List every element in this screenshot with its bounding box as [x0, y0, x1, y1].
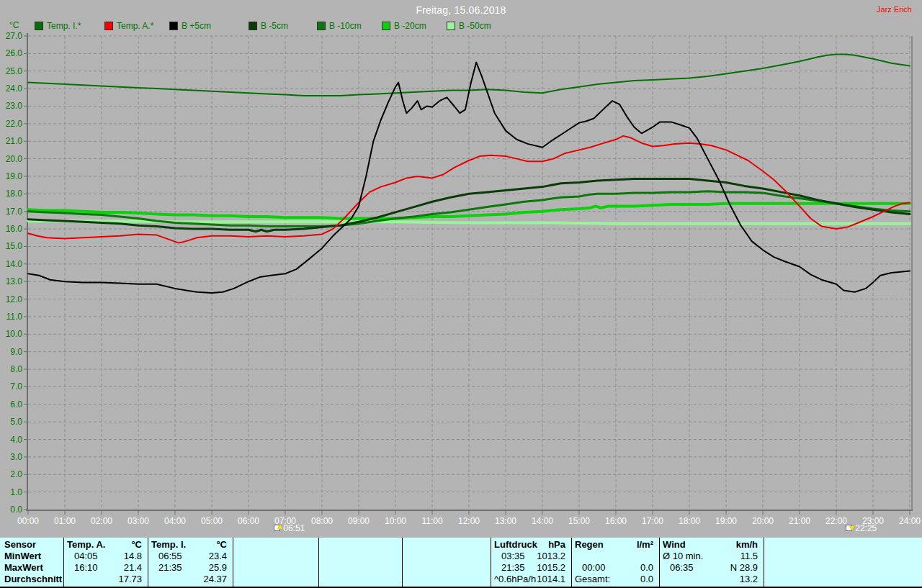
x-axis-label: 21:00: [789, 516, 810, 526]
table-cell-row: 06:35N 28.9: [660, 562, 764, 574]
y-axis-label: 24.0: [6, 83, 23, 94]
y-axis-label: 19.0: [6, 171, 23, 181]
y-axis-label: 2.0: [10, 469, 22, 479]
series-b-10cm: [28, 191, 910, 227]
chart-date-title: Freitag, 15.06.2018: [0, 4, 922, 16]
table-column-regen: Regenl/m²00:000.0Gesamt:0.0: [571, 538, 659, 587]
x-axis-label: 02:00: [91, 516, 112, 526]
table-column-header: Temp. A.°C: [64, 539, 148, 551]
y-axis-label: 16.0: [6, 224, 23, 234]
sunset-marker: ▼ 22:25: [846, 523, 877, 533]
column-unit: l/m²: [637, 539, 659, 551]
x-axis-label: 18:00: [679, 516, 700, 526]
y-axis-label: 20.0: [6, 154, 23, 164]
legend-label: Temp. A.*: [117, 21, 153, 31]
x-axis-label: 10:00: [385, 516, 406, 526]
table-cell-row: 03:351013.2: [491, 551, 571, 562]
y-axis-label: 17.0: [6, 207, 23, 217]
y-axis-label: 21.0: [6, 136, 23, 146]
table-row-labels-column: SensorMinWertMaxWertDurchschnitt: [0, 538, 63, 587]
table-cell-row: 24.37: [148, 574, 233, 585]
cell-time: 06:35: [660, 562, 694, 574]
legend-color-swatch: [35, 22, 43, 30]
row-label-text: Durchschnitt: [0, 574, 62, 585]
y-axis-unit-label: °C: [9, 20, 19, 30]
legend-label: B +5cm: [182, 21, 211, 31]
table-cell-row: 17.73: [64, 574, 148, 585]
x-axis-label: 04:00: [164, 516, 186, 526]
cell-value: 21.4: [124, 562, 148, 574]
cell-value: 25.9: [209, 562, 233, 574]
column-name: Wind: [660, 539, 686, 551]
column-unit: °C: [131, 539, 148, 551]
x-axis-label: 11:00: [421, 516, 442, 526]
table-column-wind: Windkm/hØ 10 min.11.506:35N 28.913.2: [659, 538, 764, 587]
legend-item-b-20cm: B -20cm: [382, 21, 426, 31]
table-empty-column: [233, 538, 318, 587]
table-column-temp-a: Temp. A.°C04:0514.816:1021.417.73: [63, 538, 148, 587]
cell-value: 0.0: [640, 574, 659, 585]
y-axis-label: 7.0: [10, 381, 22, 392]
table-cell-row: 21:3525.9: [148, 562, 233, 574]
table-column-header: Regenl/m²: [572, 539, 659, 551]
cell-value: 11.5: [740, 551, 764, 562]
column-unit: km/h: [736, 539, 764, 551]
cell-value: [653, 551, 659, 562]
row-label-text: MaxWert: [0, 562, 43, 574]
cell-value: 17.73: [118, 574, 148, 585]
x-axis-label: 06:00: [238, 516, 259, 526]
table-column-header: LuftdruckhPa: [491, 539, 571, 551]
table-row-label: MaxWert: [0, 562, 63, 574]
cell-time: 21:35: [148, 562, 182, 574]
x-axis-label: 22:00: [825, 516, 847, 526]
cell-time: Gesamt:: [572, 574, 610, 585]
column-name: Luftdruck: [491, 539, 537, 551]
y-axis-label: 14.0: [6, 259, 23, 269]
table-empty-column: [318, 538, 402, 587]
y-axis-label: 26.0: [6, 48, 23, 58]
cell-time: 04:05: [64, 551, 98, 562]
y-axis-label: 18.0: [6, 189, 23, 199]
legend-item-temp-a: Temp. A.*: [104, 21, 153, 31]
cell-time: 21:35: [491, 562, 525, 574]
cell-time: 03:35: [491, 551, 525, 562]
x-axis-label: 08:00: [311, 516, 333, 526]
legend-item-b-5cm: B +5cm: [169, 21, 211, 31]
y-axis-label: 9.0: [10, 347, 22, 357]
legend-color-swatch: [169, 22, 178, 30]
y-axis-label: 8.0: [10, 364, 22, 374]
author-name: Jarz Erich: [877, 5, 912, 14]
column-name: Temp. I.: [148, 539, 186, 551]
x-axis-label: 24:00: [899, 516, 921, 526]
cell-value: N 28.9: [730, 562, 764, 574]
y-axis-label: 22.0: [6, 119, 23, 129]
table-column-temp-i: Temp. I.°C06:5523.421:3525.924.37: [148, 538, 233, 587]
y-axis-label: 1.0: [10, 487, 22, 497]
column-unit: °C: [216, 539, 233, 551]
table-cell-row: 06:5523.4: [148, 551, 233, 562]
y-axis-label: 13.0: [6, 276, 23, 286]
x-axis-label: 05:00: [201, 516, 223, 526]
y-axis-label: 6.0: [10, 399, 22, 410]
cell-value: 14.8: [124, 551, 148, 562]
legend-item-b-10cm: B -10cm: [317, 21, 362, 31]
cell-value: 1015.2: [537, 562, 571, 574]
table-column-header: Temp. I.°C: [148, 539, 233, 551]
row-label-text: Sensor: [0, 539, 36, 551]
cell-time: [660, 574, 670, 585]
cell-value: 23.4: [209, 551, 233, 562]
y-axis-label: 0.0: [10, 505, 22, 515]
series-b-20cm: [28, 204, 910, 219]
table-row-label: MinWert: [0, 551, 63, 562]
x-axis-label: 19:00: [715, 516, 737, 526]
legend-item-b-50cm: B -50cm: [447, 21, 491, 31]
legend-color-swatch: [382, 22, 390, 30]
legend-item-temp-i: Temp. I.*: [35, 21, 81, 31]
table-cell-row: ^0.6hPa/h1014.1: [491, 574, 571, 585]
legend-label: B -5cm: [261, 21, 288, 31]
legend-label: B -10cm: [329, 21, 362, 31]
cell-time: [64, 574, 74, 585]
cell-time: 00:00: [572, 562, 606, 574]
table-cell-row: Ø 10 min.11.5: [660, 551, 764, 562]
cell-time: ^0.6hPa/h: [491, 574, 536, 585]
